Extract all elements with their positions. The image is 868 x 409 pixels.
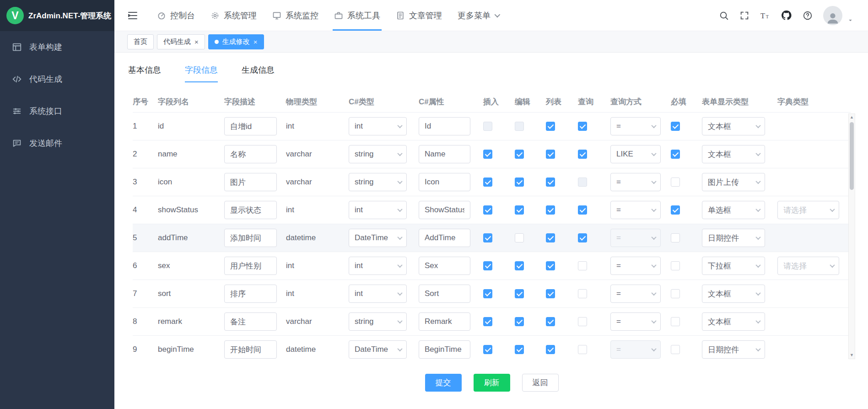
query-method-select[interactable]: = bbox=[610, 312, 661, 331]
nav-menu-item[interactable]: 系统管理 bbox=[203, 0, 264, 31]
display-type-select[interactable]: 文本框 bbox=[702, 312, 765, 331]
list-checkbox[interactable] bbox=[546, 233, 555, 242]
edit-checkbox[interactable] bbox=[515, 150, 524, 159]
refresh-button[interactable]: 刷新 bbox=[474, 374, 510, 392]
query-checkbox[interactable] bbox=[578, 205, 587, 215]
field-desc-input[interactable] bbox=[224, 145, 277, 163]
github-icon[interactable] bbox=[781, 10, 792, 21]
submit-button[interactable]: 提交 bbox=[425, 374, 462, 392]
display-type-select[interactable]: 图片上传 bbox=[702, 173, 765, 191]
query-method-select[interactable]: = bbox=[610, 201, 661, 219]
csharp-type-select[interactable]: DateTime bbox=[349, 229, 407, 247]
list-checkbox[interactable] bbox=[546, 261, 555, 270]
required-checkbox[interactable] bbox=[671, 122, 680, 131]
required-checkbox[interactable] bbox=[671, 233, 680, 242]
insert-checkbox[interactable] bbox=[483, 205, 492, 215]
display-type-select[interactable]: 日期控件 bbox=[702, 340, 765, 359]
nav-menu-item[interactable]: 系统监控 bbox=[264, 0, 326, 31]
display-type-select[interactable]: 文本框 bbox=[702, 117, 765, 135]
edit-checkbox[interactable] bbox=[515, 317, 524, 326]
required-checkbox[interactable] bbox=[671, 261, 680, 270]
query-checkbox[interactable] bbox=[578, 345, 587, 354]
query-method-select[interactable]: = bbox=[610, 117, 661, 135]
edit-checkbox[interactable] bbox=[515, 205, 524, 215]
edit-checkbox[interactable] bbox=[515, 289, 524, 298]
insert-checkbox[interactable] bbox=[483, 289, 492, 298]
dict-type-select[interactable]: 请选择 bbox=[777, 257, 839, 275]
csharp-prop-input[interactable] bbox=[419, 229, 470, 247]
edit-checkbox[interactable] bbox=[515, 178, 524, 187]
content-tab[interactable]: 基本信息 bbox=[128, 65, 161, 82]
avatar[interactable] bbox=[823, 6, 842, 25]
insert-checkbox[interactable] bbox=[483, 345, 492, 354]
list-checkbox[interactable] bbox=[546, 317, 555, 326]
edit-checkbox[interactable] bbox=[515, 261, 524, 270]
required-checkbox[interactable] bbox=[671, 205, 680, 215]
content-tab[interactable]: 生成信息 bbox=[242, 65, 275, 82]
edit-checkbox[interactable] bbox=[515, 345, 524, 354]
back-button[interactable]: 返回 bbox=[522, 374, 559, 392]
required-checkbox[interactable] bbox=[671, 289, 680, 298]
query-checkbox[interactable] bbox=[578, 261, 587, 270]
list-checkbox[interactable] bbox=[546, 150, 555, 159]
field-desc-input[interactable] bbox=[224, 312, 277, 331]
csharp-type-select[interactable]: int bbox=[349, 201, 407, 219]
field-desc-input[interactable] bbox=[224, 173, 277, 191]
display-type-select[interactable]: 文本框 bbox=[702, 285, 765, 303]
list-checkbox[interactable] bbox=[546, 345, 555, 354]
csharp-prop-input[interactable] bbox=[419, 257, 470, 275]
edit-checkbox[interactable] bbox=[515, 122, 524, 131]
hamburger-menu-icon[interactable] bbox=[127, 10, 138, 21]
view-tab[interactable]: 首页 bbox=[127, 34, 154, 49]
list-checkbox[interactable] bbox=[546, 205, 555, 215]
close-icon[interactable]: × bbox=[253, 38, 258, 45]
scroll-up-arrow[interactable]: ▲ bbox=[849, 114, 855, 121]
field-desc-input[interactable] bbox=[224, 340, 277, 359]
query-method-select[interactable]: = bbox=[610, 257, 661, 275]
nav-menu-item[interactable]: 系统工具 bbox=[326, 0, 388, 31]
edit-checkbox[interactable] bbox=[515, 233, 524, 242]
required-checkbox[interactable] bbox=[671, 150, 680, 159]
nav-menu-item[interactable]: 更多菜单 bbox=[450, 0, 507, 31]
display-type-select[interactable]: 单选框 bbox=[702, 201, 765, 219]
csharp-type-select[interactable]: string bbox=[349, 173, 407, 191]
field-desc-input[interactable] bbox=[224, 201, 277, 219]
insert-checkbox[interactable] bbox=[483, 122, 492, 131]
csharp-type-select[interactable]: int bbox=[349, 285, 407, 303]
field-desc-input[interactable] bbox=[224, 229, 277, 247]
insert-checkbox[interactable] bbox=[483, 261, 492, 270]
display-type-select[interactable]: 日期控件 bbox=[702, 229, 765, 247]
csharp-prop-input[interactable] bbox=[419, 285, 470, 303]
view-tab[interactable]: 生成修改 × bbox=[208, 34, 264, 49]
app-logo[interactable]: V ZrAdmin.NET-管理系统 bbox=[0, 0, 114, 31]
insert-checkbox[interactable] bbox=[483, 317, 492, 326]
display-type-select[interactable]: 文本框 bbox=[702, 145, 765, 163]
query-checkbox[interactable] bbox=[578, 289, 587, 298]
help-icon[interactable] bbox=[803, 11, 813, 21]
insert-checkbox[interactable] bbox=[483, 150, 492, 159]
query-checkbox[interactable] bbox=[578, 178, 587, 187]
query-method-select[interactable]: = bbox=[610, 173, 661, 191]
csharp-prop-input[interactable] bbox=[419, 312, 470, 331]
csharp-prop-input[interactable] bbox=[419, 173, 470, 191]
sidebar-item[interactable]: 表单构建 bbox=[0, 31, 114, 63]
sidebar-item[interactable]: 发送邮件 bbox=[0, 127, 114, 159]
field-desc-input[interactable] bbox=[224, 117, 277, 135]
nav-menu-item[interactable]: 文章管理 bbox=[388, 0, 450, 31]
scrollbar-thumb[interactable] bbox=[850, 122, 854, 190]
dict-type-select[interactable]: 请选择 bbox=[777, 201, 839, 219]
required-checkbox[interactable] bbox=[671, 317, 680, 326]
font-size-icon[interactable]: TT bbox=[760, 11, 770, 21]
required-checkbox[interactable] bbox=[671, 345, 680, 354]
close-icon[interactable]: × bbox=[194, 38, 199, 45]
csharp-type-select[interactable]: int bbox=[349, 117, 407, 135]
insert-checkbox[interactable] bbox=[483, 233, 492, 242]
query-checkbox[interactable] bbox=[578, 317, 587, 326]
csharp-type-select[interactable]: int bbox=[349, 257, 407, 275]
list-checkbox[interactable] bbox=[546, 289, 555, 298]
query-method-select[interactable]: = bbox=[610, 229, 661, 247]
query-checkbox[interactable] bbox=[578, 122, 587, 131]
csharp-prop-input[interactable] bbox=[419, 117, 470, 135]
query-checkbox[interactable] bbox=[578, 233, 587, 242]
nav-menu-item[interactable]: 控制台 bbox=[149, 0, 203, 31]
